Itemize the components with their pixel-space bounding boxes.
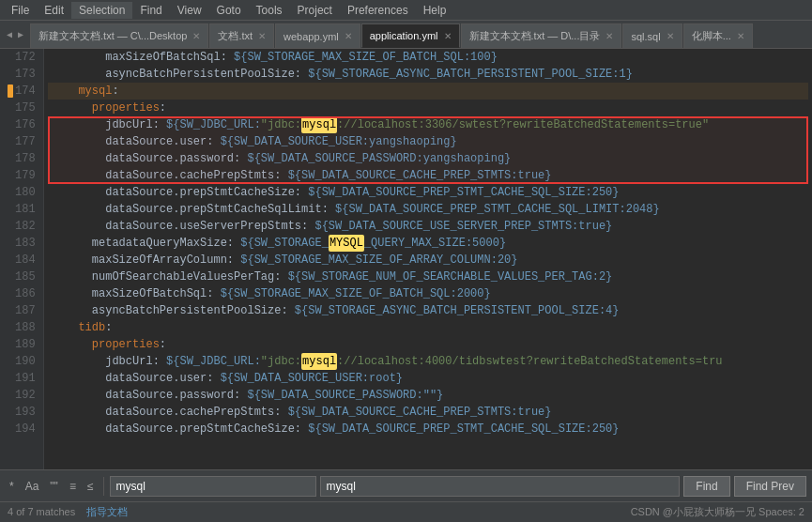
tab-new-text-desktop[interactable]: 新建文本文档.txt — C\...Desktop ✕ <box>30 23 208 48</box>
code-line-190: jdbcUrl: ${SW_JDBC_URL:"jdbc:mysql://loc… <box>48 353 808 370</box>
menu-find[interactable]: Find <box>132 2 169 19</box>
line-num-181: 181 <box>8 201 36 218</box>
tab-new-text-dir[interactable]: 新建文本文档.txt — D\...目录 ✕ <box>461 23 622 48</box>
code-line-192: dataSource.password: ${SW_DATA_SOURCE_PA… <box>48 387 808 404</box>
code-line-187: asyncBatchPersistentPoolSize: ${SW_STORA… <box>48 302 808 319</box>
code-line-176: jdbcUrl: ${SW_JDBC_URL:"jdbc:mysql://loc… <box>48 116 808 133</box>
code-line-189: properties: <box>48 336 808 353</box>
search-toggle-context[interactable]: ≡ <box>66 478 80 495</box>
menu-help[interactable]: Help <box>416 2 454 19</box>
tab-label: 新建文本文档.txt — C\...Desktop <box>38 29 187 43</box>
tab-label: sql.sql <box>631 31 660 42</box>
tab-close-5[interactable]: ✕ <box>666 31 674 41</box>
tab-prev-arrow[interactable]: ◀ <box>4 27 15 42</box>
find-prev-button[interactable]: Find Prev <box>734 476 806 497</box>
line-num-186: 186 <box>8 285 36 302</box>
line-num-192: 192 <box>8 387 36 404</box>
tab-label: 新建文本文档.txt — D\...目录 <box>469 29 601 43</box>
menu-tools[interactable]: Tools <box>249 2 290 19</box>
menu-goto[interactable]: Goto <box>209 2 249 19</box>
search-toggle-word[interactable]: "" <box>46 478 62 495</box>
search-scope-dropdown[interactable]: mysql <box>320 476 681 497</box>
code-line-178: dataSource.password: ${SW_DATA_SOURCE_PA… <box>48 150 808 167</box>
menu-bar: File Edit Selection Find View Goto Tools… <box>0 0 812 21</box>
menu-selection[interactable]: Selection <box>71 2 132 19</box>
line-num-194: 194 <box>8 421 36 438</box>
line-num-183: 183 <box>8 235 36 252</box>
tab-close-0[interactable]: ✕ <box>192 31 200 41</box>
search-toggle-regex[interactable]: * <box>6 478 18 495</box>
code-line-194: dataSource.prepStmtCacheSize: ${SW_DATA_… <box>48 421 808 438</box>
tab-label: application.yml <box>370 30 438 41</box>
line-num-190: 190 <box>8 353 36 370</box>
code-line-173: asyncBatchPersistentPoolSize: ${SW_STORA… <box>48 66 808 83</box>
tab-close-4[interactable]: ✕ <box>605 31 613 41</box>
menu-edit[interactable]: Edit <box>37 2 71 19</box>
code-line-179: dataSource.cachePrepStmts: ${SW_DATA_SOU… <box>48 167 808 184</box>
line-num-193: 193 <box>8 404 36 421</box>
code-line-188: tidb: <box>48 319 808 336</box>
line-num-184: 184 <box>8 252 36 269</box>
code-line-181: dataSource.prepStmtCacheSqlLimit: ${SW_D… <box>48 201 808 218</box>
match-count-text: 4 of 7 matches <box>8 506 75 517</box>
code-line-177: dataSource.user: ${SW_DATA_SOURCE_USER:y… <box>48 133 808 150</box>
tab-nav-arrows: ◀ ▶ <box>0 21 30 48</box>
line-num-172: 172 <box>8 49 36 66</box>
code-line-182: dataSource.useServerPrepStmts: ${SW_DATA… <box>48 218 808 235</box>
tab-sql[interactable]: sql.sql ✕ <box>622 23 682 48</box>
line-num-189: 189 <box>8 336 36 353</box>
status-match-count: 4 of 7 matches 指导文档 <box>8 505 128 519</box>
code-line-193: dataSource.cachePrepStmts: ${SW_DATA_SOU… <box>48 404 808 421</box>
line-num-179: 179 <box>8 167 36 184</box>
tab-close-6[interactable]: ✕ <box>737 31 744 41</box>
code-line-175: properties: <box>48 100 808 116</box>
line-num-187: 187 <box>8 302 36 319</box>
menu-project[interactable]: Project <box>290 2 340 19</box>
code-line-174: mysql: <box>48 83 808 100</box>
tab-next-arrow[interactable]: ▶ <box>15 27 26 42</box>
line-num-176: 176 <box>8 116 36 133</box>
tab-doc-txt[interactable]: 文档.txt ✕ <box>209 23 274 48</box>
tab-bar: ◀ ▶ 新建文本文档.txt — C\...Desktop ✕ 文档.txt ✕… <box>0 21 812 49</box>
line-num-191: 191 <box>8 370 36 387</box>
code-line-184: maxSizeOfArrayColumn: ${SW_STORAGE_MAX_S… <box>48 252 808 269</box>
line-num-175: 175 <box>8 100 36 116</box>
code-line-186: maxSizeOfBatchSql: ${SW_STORAGE_MAX_SIZE… <box>48 285 808 302</box>
line-num-173: 173 <box>8 66 36 83</box>
search-input[interactable] <box>110 476 316 497</box>
code-line-180: dataSource.prepStmtCacheSize: ${SW_DATA_… <box>48 184 808 201</box>
code-line-183: metadataQueryMaxSize: ${SW_STORAGE_MYSQL… <box>48 235 808 252</box>
tab-label: 文档.txt <box>218 29 253 43</box>
menu-view[interactable]: View <box>170 2 209 19</box>
code-line-185: numOfSearchableValuesPerTag: ${SW_STORAG… <box>48 269 808 285</box>
search-toggle-filter[interactable]: ≤ <box>84 478 98 495</box>
search-bar: * Aa "" ≡ ≤ mysql Find Find Prev <box>0 469 812 501</box>
tab-label: 化脚本... <box>692 29 731 43</box>
code-line-191: dataSource.user: ${SW_DATA_SOURCE_USER:r… <box>48 370 808 387</box>
editor-container: 172 173 174 175 176 177 178 179 180 181 … <box>0 49 812 469</box>
search-toggle-case[interactable]: Aa <box>22 478 43 495</box>
tab-label: webapp.yml <box>283 31 339 42</box>
status-bar: 4 of 7 matches 指导文档 CSDN @小屁孩大师杨一兄 Space… <box>0 501 812 522</box>
menu-preferences[interactable]: Preferences <box>340 2 416 19</box>
menu-file[interactable]: File <box>4 2 37 19</box>
line-num-178: 178 <box>8 150 36 167</box>
find-button[interactable]: Find <box>683 476 729 497</box>
line-num-177: 177 <box>8 133 36 150</box>
tab-webapp-yml[interactable]: webapp.yml ✕ <box>275 23 360 48</box>
guide-link[interactable]: 指导文档 <box>86 506 128 517</box>
line-num-185: 185 <box>8 269 36 285</box>
search-divider <box>103 477 104 496</box>
tab-close-2[interactable]: ✕ <box>345 31 352 41</box>
status-info: CSDN @小屁孩大师杨一兄 Spaces: 2 <box>631 505 804 519</box>
line-num-182: 182 <box>8 218 36 235</box>
tab-script[interactable]: 化脚本... ✕ <box>683 23 753 48</box>
line-numbers: 172 173 174 175 176 177 178 179 180 181 … <box>0 49 44 469</box>
code-area[interactable]: maxSizeOfBatchSql: ${SW_STORAGE_MAX_SIZE… <box>44 49 812 469</box>
tab-close-3[interactable]: ✕ <box>444 31 452 41</box>
tab-close-1[interactable]: ✕ <box>258 31 266 41</box>
line-num-180: 180 <box>8 184 36 201</box>
code-line-172: maxSizeOfBatchSql: ${SW_STORAGE_MAX_SIZE… <box>48 49 808 66</box>
tab-application-yml[interactable]: application.yml ✕ <box>361 23 460 48</box>
line-num-188: 188 <box>8 319 36 336</box>
